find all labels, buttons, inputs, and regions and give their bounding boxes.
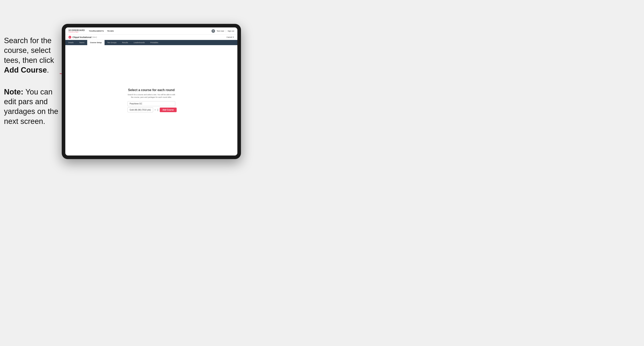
tee-select[interactable]: Gold (M) (M) (7010 yds)	[128, 107, 153, 112]
tee-select-arrows: ▲ ▼	[157, 108, 158, 111]
cancel-button[interactable]: Cancel ✕	[226, 36, 234, 38]
user-label: Test User	[217, 30, 224, 32]
annotation-area: Search for the course, select tees, then…	[4, 36, 60, 126]
note-label: Note:	[4, 88, 26, 96]
course-search-input[interactable]	[128, 101, 175, 106]
tournament-icon: C	[68, 36, 71, 39]
logo-sub: Powered by clippd	[68, 31, 85, 33]
tee-select-row: Gold (M) (M) (7010 yds) ✕ ▲ ▼ Add Course	[128, 107, 175, 112]
tab-teams[interactable]: Teams	[76, 40, 88, 45]
tablet-screen: SCOREBOARD Powered by clippd TOURNAMENTS…	[65, 27, 237, 156]
clear-tee-button[interactable]: ✕	[154, 109, 156, 111]
tournament-tag: (Men)	[92, 36, 97, 38]
nav-divider	[226, 30, 226, 32]
sign-out-link[interactable]: Sign out	[228, 30, 234, 32]
user-avatar: R	[212, 29, 215, 33]
tee-arrow-up[interactable]: ▲	[157, 108, 158, 110]
tab-course-setup[interactable]: Course Setup	[87, 40, 104, 45]
course-select-title: Select a course for each round	[128, 88, 175, 92]
top-nav: SCOREBOARD Powered by clippd TOURNAMENTS…	[65, 27, 237, 35]
main-content: Select a course for each round Search fo…	[65, 45, 237, 156]
tab-details[interactable]: Details	[65, 40, 76, 45]
logo-area: SCOREBOARD Powered by clippd	[68, 29, 85, 33]
nav-tournaments[interactable]: TOURNAMENTS	[89, 30, 104, 32]
tab-printables[interactable]: Printables	[148, 40, 161, 45]
add-course-button[interactable]: Add Course	[160, 108, 177, 112]
tab-navigation: Details Teams Course Setup Tee Groups Re…	[65, 40, 237, 45]
logo-text: SCOREBOARD	[68, 29, 85, 31]
annotation-note: Note: You can edit pars and yardages on …	[4, 87, 60, 127]
tab-results[interactable]: Results	[119, 40, 131, 45]
tee-arrow-down[interactable]: ▼	[157, 110, 158, 111]
tab-tee-groups[interactable]: Tee Groups	[104, 40, 120, 45]
nav-teams[interactable]: TEAMS	[107, 30, 114, 32]
nav-links: TOURNAMENTS TEAMS	[89, 30, 212, 32]
annotation-main-text: Search for the course, select tees, then…	[4, 36, 54, 74]
tab-leaderboards[interactable]: Leaderboards	[131, 40, 148, 45]
tournament-header: C Clippd Invitational (Men) Cancel ✕	[65, 35, 237, 40]
tablet-frame: SCOREBOARD Powered by clippd TOURNAMENTS…	[62, 24, 241, 159]
tournament-name: Clippd Invitational	[72, 36, 92, 38]
course-select-description: Search for a course and select a tee. Yo…	[128, 93, 175, 98]
nav-right: R Test User Sign out	[212, 29, 234, 33]
